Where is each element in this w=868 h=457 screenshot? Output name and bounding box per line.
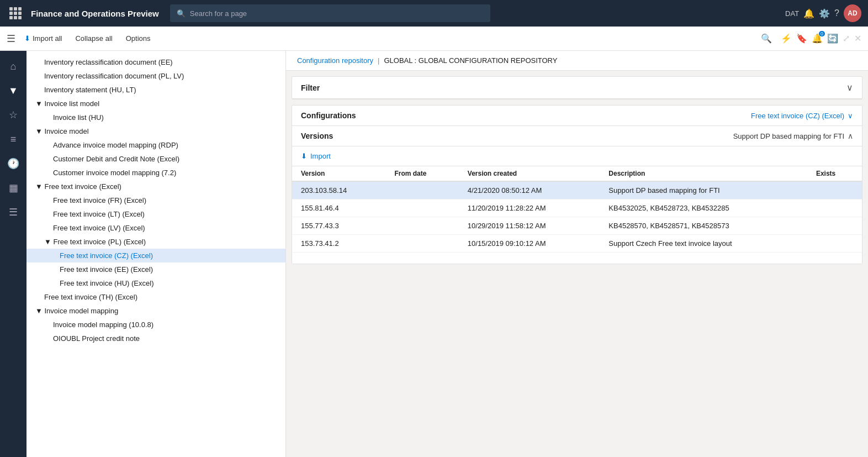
refresh-notifications-icon[interactable]: 🔔0: [812, 33, 823, 44]
tree-item[interactable]: Inventory reclassification document (EE): [27, 55, 285, 69]
filter-panel-toggle-icon: ∨: [846, 82, 853, 93]
sidebar-table-icon[interactable]: ▦: [2, 177, 24, 199]
table-row[interactable]: 153.73.41.210/15/2019 09:10:12 AMSupport…: [292, 235, 862, 253]
table-cell: [385, 235, 458, 253]
table-header-row: Version From date Version created Descri…: [292, 166, 862, 181]
configurations-selected[interactable]: Free text invoice (CZ) (Excel) ∨: [751, 112, 853, 120]
hamburger-icon[interactable]: ☰: [7, 33, 15, 45]
tree-item[interactable]: OIOUBL Project credit note: [27, 332, 285, 345]
col-from-date: From date: [385, 166, 458, 181]
toolbar-search-icon[interactable]: 🔍: [761, 33, 772, 44]
tree-item[interactable]: Free text invoice (FR) (Excel): [27, 193, 285, 207]
col-version-created: Version created: [459, 166, 600, 181]
tree-item[interactable]: Free text invoice (LT) (Excel): [27, 207, 285, 221]
table-cell: [385, 217, 458, 235]
versions-table: Version From date Version created Descri…: [292, 166, 862, 253]
grid-menu-button[interactable]: [7, 4, 24, 22]
table-row[interactable]: 203.103.58.144/21/2020 08:50:12 AMSuppor…: [292, 181, 862, 199]
settings-icon[interactable]: ⚙️: [819, 8, 830, 19]
tree-item[interactable]: ▼ Invoice model mapping: [27, 304, 285, 318]
table-row[interactable]: 155.81.46.411/20/2019 11:28:22 AMKB45320…: [292, 199, 862, 217]
import-label: Import: [310, 152, 331, 160]
tree-item[interactable]: Free text invoice (HU) (Excel): [27, 276, 285, 290]
sidebar-icons: ⌂ ▼ ☆ ≡ 🕐 ▦ ☰: [0, 51, 27, 457]
tree-item[interactable]: Free text invoice (CZ) (Excel): [27, 249, 285, 262]
sidebar-clock-icon[interactable]: 🕐: [2, 153, 24, 175]
tree-item[interactable]: Inventory reclassification document (PL,…: [27, 69, 285, 83]
sync-icon[interactable]: 🔄: [827, 33, 838, 44]
col-version: Version: [292, 166, 385, 181]
table-cell: 10/29/2019 11:58:12 AM: [459, 217, 600, 235]
filter-panel-title: Filter: [301, 83, 320, 92]
search-bar[interactable]: 🔍 Search for a page: [170, 4, 490, 22]
tree-item[interactable]: Inventory statement (HU, LT): [27, 83, 285, 97]
tree-item[interactable]: ▼ Invoice model: [27, 124, 285, 138]
env-label: DAT: [785, 9, 799, 18]
sidebar-filter-icon[interactable]: ▼: [2, 80, 24, 102]
table-cell: Support DP based mapping for FTI: [600, 181, 807, 199]
notification-bell-icon[interactable]: 🔔: [803, 8, 814, 19]
table-cell: 203.103.58.14: [292, 181, 385, 199]
sidebar-star-icon[interactable]: ☆: [2, 104, 24, 126]
options-button[interactable]: Options: [121, 32, 155, 45]
configurations-chevron-down-icon: ∨: [848, 112, 853, 120]
import-button[interactable]: ⬇ Import: [292, 149, 340, 164]
table-row[interactable]: 155.77.43.310/29/2019 11:58:12 AMKB45285…: [292, 217, 862, 235]
content-area: Configuration repository | GLOBAL : GLOB…: [286, 51, 868, 457]
import-all-button[interactable]: ⬇ Import all: [20, 32, 66, 45]
sidebar-home-icon[interactable]: ⌂: [2, 55, 24, 77]
filter-icon[interactable]: ⚡: [781, 33, 792, 44]
sidebar-menu-icon[interactable]: ☰: [2, 201, 24, 223]
table-cell: KB4528570, KB4528571, KB4528573: [600, 217, 807, 235]
help-icon[interactable]: ?: [834, 8, 839, 18]
breadcrumb: Configuration repository | GLOBAL : GLOB…: [286, 51, 868, 71]
filter-panel: Filter ∨: [292, 76, 862, 99]
configurations-selected-label: Free text invoice (CZ) (Excel): [751, 112, 844, 120]
main-layout: ⌂ ▼ ☆ ≡ 🕐 ▦ ☰ Inventory reclassification…: [0, 51, 868, 457]
tree-item[interactable]: ▼ Free text invoice (PL) (Excel): [27, 235, 285, 249]
tree-item[interactable]: Advance invoice model mapping (RDP): [27, 138, 285, 152]
configurations-title: Configurations: [301, 111, 356, 120]
tree-item[interactable]: Customer invoice model mapping (7.2): [27, 166, 285, 180]
tree-item[interactable]: Free text invoice (EE) (Excel): [27, 262, 285, 276]
search-icon: 🔍: [177, 9, 186, 18]
tree-item[interactable]: ▼ Free text invoice (Excel): [27, 180, 285, 193]
search-placeholder: Search for a page: [190, 9, 247, 18]
table-cell: Support Czech Free text invoice layout: [600, 235, 807, 253]
tree-item[interactable]: Customer Debit and Credit Note (Excel): [27, 152, 285, 166]
configurations-panel: Configurations Free text invoice (CZ) (E…: [292, 105, 862, 264]
open-new-icon[interactable]: ⤢: [843, 33, 850, 44]
top-right-controls: DAT 🔔 ⚙️ ? AD: [785, 4, 861, 22]
tree-item[interactable]: ▼ Invoice list model: [27, 97, 285, 111]
configurations-bar: Configurations Free text invoice (CZ) (E…: [292, 106, 862, 126]
table-cell: [807, 199, 862, 217]
tree-item[interactable]: Free text invoice (TH) (Excel): [27, 290, 285, 304]
table-cell: 155.81.46.4: [292, 199, 385, 217]
sidebar-list-icon[interactable]: ≡: [2, 128, 24, 150]
table-cell: [807, 235, 862, 253]
user-avatar[interactable]: AD: [844, 4, 861, 22]
breadcrumb-link[interactable]: Configuration repository: [297, 56, 373, 65]
bookmark-icon[interactable]: 🔖: [796, 33, 807, 44]
close-icon[interactable]: ✕: [854, 33, 861, 44]
col-exists: Exists: [807, 166, 862, 181]
table-cell: KB4532025, KB4528723, KB4532285: [600, 199, 807, 217]
apps-icon: [9, 7, 22, 19]
table-cell: 155.77.43.3: [292, 217, 385, 235]
versions-title: Versions: [301, 132, 333, 140]
table-cell: 11/20/2019 11:28:22 AM: [459, 199, 600, 217]
collapse-all-button[interactable]: Collapse all: [71, 32, 117, 45]
versions-header: Versions Support DP based mapping for FT…: [292, 126, 862, 146]
breadcrumb-current: GLOBAL : GLOBAL CONFIGURATION REPOSITORY: [384, 56, 557, 65]
versions-collapse-icon[interactable]: ∧: [848, 132, 853, 140]
tree-item[interactable]: Invoice list (HU): [27, 111, 285, 124]
table-cell: 4/21/2020 08:50:12 AM: [459, 181, 600, 199]
versions-selected-label: Support DP based mapping for FTI: [733, 132, 844, 140]
tree-item[interactable]: Invoice model mapping (10.0.8): [27, 318, 285, 332]
table-cell: 10/15/2019 09:10:12 AM: [459, 235, 600, 253]
top-navbar: Finance and Operations Preview 🔍 Search …: [0, 0, 868, 27]
breadcrumb-separator: |: [378, 56, 379, 65]
filter-panel-header[interactable]: Filter ∨: [292, 77, 862, 99]
tree-item[interactable]: Free text invoice (LV) (Excel): [27, 221, 285, 235]
import-icon: ⬇: [301, 152, 307, 160]
